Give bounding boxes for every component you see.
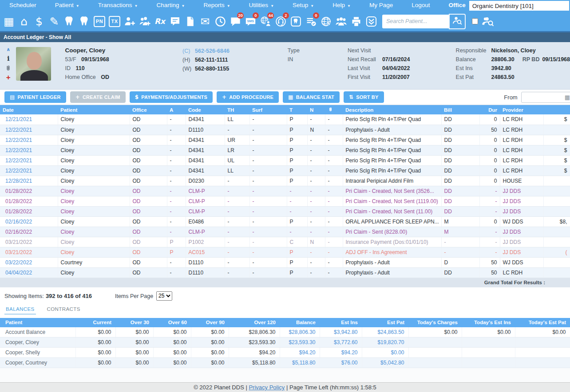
menu-item[interactable]: Charting▼	[147, 0, 194, 12]
tab-contracts[interactable]: CONTRACTS	[46, 304, 82, 315]
menu-item[interactable]: Office	[439, 0, 469, 12]
column-header[interactable]: Code	[186, 105, 225, 114]
staff-icon[interactable]	[333, 12, 348, 31]
web-patient-icon[interactable]: 44	[258, 12, 273, 31]
balance-stat-button[interactable]: ▦BALANCE STAT	[283, 91, 340, 103]
column-header[interactable]: Office	[130, 105, 167, 114]
table-row[interactable]: 12/28/2021 Cloey OD - D0230 - - P - - In…	[0, 176, 570, 186]
patient-ledger-button[interactable]: ▤PATIENT LEDGER	[4, 91, 66, 103]
notes-icon[interactable]	[167, 12, 182, 31]
table-row[interactable]: 01/28/2022 Cloey OD - CLM-P - - - - - Pr…	[0, 206, 570, 216]
sms-icon[interactable]: SMS0	[243, 12, 258, 31]
add-family-icon[interactable]	[137, 12, 152, 31]
column-header[interactable]: Surf	[249, 105, 287, 114]
cell-date[interactable]: 12/22/2021	[0, 165, 58, 176]
collapse-panel-icon[interactable]: ∧	[6, 47, 10, 52]
menu-item[interactable]: Patient▼	[46, 0, 89, 12]
task-list-icon[interactable]: 0	[303, 12, 318, 31]
column-header[interactable]: T	[287, 105, 307, 114]
support-icon[interactable]: 2	[273, 12, 288, 31]
table-row[interactable]: 12/22/2021 Cloey OD - D1110 - - P N - Pr…	[0, 125, 570, 135]
cell-date[interactable]: 01/28/2022	[0, 196, 58, 206]
balance-cell[interactable]: Cooper, Cloey	[0, 337, 75, 348]
from-date-input[interactable]	[521, 92, 570, 103]
table-row[interactable]: 04/04/2022 Cloey OD - D1110 - - P - - Pr…	[0, 267, 570, 278]
column-header[interactable]: A	[167, 105, 186, 114]
table-row[interactable]: 12/22/2021 Cloey OD - D4341 LL - P - - P…	[0, 165, 570, 176]
payments-adjustments-button[interactable]: $PAYMENTS/ADJUSTMENTS	[130, 91, 213, 103]
mail-icon[interactable]: ✉	[198, 12, 213, 31]
balance-column-header[interactable]: Est Pat	[362, 318, 408, 327]
sort-by-button[interactable]: ⇅SORT BY	[344, 91, 384, 103]
search-input[interactable]	[382, 15, 449, 28]
menu-item[interactable]: Help▼	[323, 0, 360, 12]
balance-column-header[interactable]: Today's Est Ins	[462, 318, 515, 327]
cell-date[interactable]: 04/04/2022	[0, 267, 58, 278]
patient-info-icon[interactable]: i	[7, 55, 10, 63]
balance-column-header[interactable]: Patient	[0, 318, 75, 327]
payments-icon[interactable]: $	[32, 12, 47, 31]
balance-column-header[interactable]: Balance	[280, 318, 320, 327]
attachment-column-header[interactable]	[325, 105, 343, 114]
attachment-icon[interactable]	[4, 65, 12, 72]
balance-cell[interactable]: Cooper, Courtney	[0, 358, 75, 368]
office-input[interactable]	[469, 1, 569, 11]
menu-item[interactable]: Reports▼	[194, 0, 239, 12]
table-row[interactable]: 03/21/2022 Cloey OD P AC015 - - P - - AD…	[0, 247, 570, 257]
cell-date[interactable]: 12/28/2021	[0, 176, 58, 186]
progress-notes-icon[interactable]: PN	[92, 12, 107, 31]
messages-icon[interactable]: 20	[228, 12, 243, 31]
balance-cell[interactable]: Account Balance	[0, 327, 75, 337]
balance-column-header[interactable]: Today's Charges	[408, 318, 462, 327]
treatment-calendar-icon[interactable]: TX	[107, 12, 122, 31]
cell-date[interactable]: 12/22/2021	[0, 145, 58, 155]
family-search-icon[interactable]	[482, 15, 495, 27]
column-header[interactable]: Description	[343, 105, 441, 114]
search-patient-button[interactable]	[449, 14, 466, 29]
table-row[interactable]: 01/28/2022 Cloey OD - CLM-P - - - - - Pr…	[0, 196, 570, 206]
column-header[interactable]	[543, 105, 570, 114]
medical-alert-icon[interactable]: +	[6, 74, 11, 81]
balance-column-header[interactable]: Over 60	[153, 318, 191, 327]
column-header[interactable]: N	[307, 105, 325, 114]
column-header[interactable]: Dur	[479, 105, 500, 114]
search-option-checkbox[interactable]	[472, 18, 478, 24]
column-header[interactable]: Patient	[58, 105, 130, 114]
cell-date[interactable]: 03/21/2022	[0, 237, 58, 247]
tab-balances[interactable]: BALANCES	[4, 304, 36, 315]
menu-item[interactable]: Logout	[402, 0, 439, 12]
patient-photo[interactable]	[16, 47, 51, 81]
cell-date[interactable]: 12/22/2021	[0, 155, 58, 165]
column-header[interactable]: Bill	[441, 105, 479, 114]
table-row[interactable]: 12/22/2021 Cloey OD - D4341 LR - P - - P…	[0, 145, 570, 155]
perio-chart-icon[interactable]	[77, 12, 92, 31]
menu-item[interactable]: Scheduler	[0, 0, 46, 12]
column-header[interactable]: Provider	[500, 105, 543, 114]
cell-date[interactable]: 03/22/2022	[0, 257, 58, 267]
table-row[interactable]: 02/16/2022 Cloey OD - E0486 - - P - - OR…	[0, 216, 570, 227]
table-row[interactable]: 12/22/2021 Cloey OD - D4341 UR - P - - P…	[0, 135, 570, 145]
tooth-chart-icon[interactable]	[62, 12, 77, 31]
table-row[interactable]: 01/28/2022 Cloey OD - CLM-P - - - - - Pr…	[0, 186, 570, 196]
table-row[interactable]: 12/21/2021 Cloey OD - D4341 LL - P - - P…	[0, 114, 570, 125]
balance-column-header[interactable]: Today's Est Pat	[515, 318, 570, 327]
cell-date[interactable]: 03/21/2022	[0, 247, 58, 257]
menu-item[interactable]: Setup▼	[283, 0, 323, 12]
menu-item[interactable]: Transactions▼	[89, 0, 147, 12]
table-row[interactable]: 03/21/2022 Cloey OD P P1002 - - C N - In…	[0, 237, 570, 247]
menu-item[interactable]: My Page	[360, 0, 402, 12]
cell-date[interactable]: 12/22/2021	[0, 125, 58, 135]
add-procedure-button[interactable]: +ADD PROCEDURE	[217, 91, 279, 103]
table-row[interactable]: 03/22/2022 Courtney OD - D1110 - - P - -…	[0, 257, 570, 267]
cell-date[interactable]: 02/16/2022	[0, 227, 58, 237]
web-portal-icon[interactable]	[318, 12, 333, 31]
home-icon[interactable]: ⌂	[16, 12, 32, 31]
print-icon[interactable]	[348, 12, 364, 31]
documents-icon[interactable]	[182, 12, 198, 31]
balance-column-header[interactable]: Current	[75, 318, 115, 327]
add-patient-icon[interactable]	[122, 12, 137, 31]
privacy-policy-link[interactable]: Privacy Policy	[249, 384, 285, 391]
items-per-page-select[interactable]: 25	[156, 291, 172, 301]
balance-column-header[interactable]: Est Ins	[320, 318, 362, 327]
balance-column-header[interactable]: Over 30	[115, 318, 153, 327]
